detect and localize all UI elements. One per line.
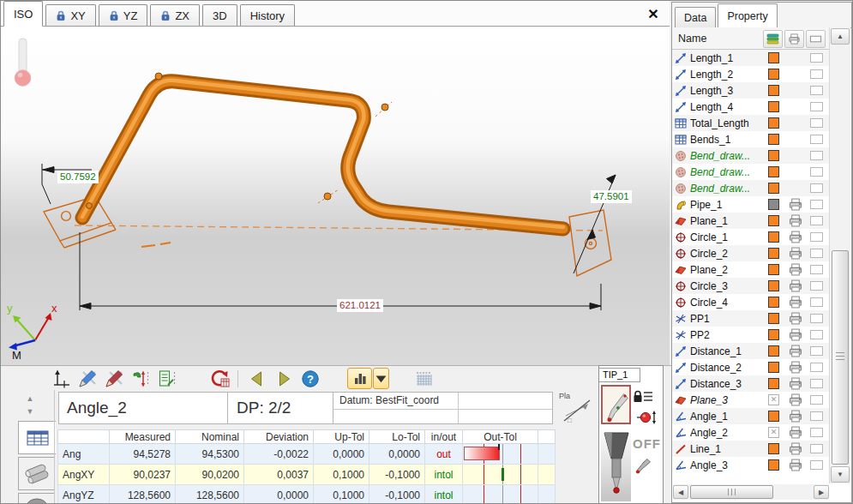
- feature-row[interactable]: PP1: [672, 310, 829, 327]
- feature-row[interactable]: Pipe_1: [672, 196, 829, 213]
- feature-row[interactable]: Angle_2✕: [672, 424, 829, 441]
- tab-bend-view[interactable]: [18, 493, 55, 504]
- next-feature-button[interactable]: [272, 369, 295, 389]
- feature-row[interactable]: Length_1: [672, 50, 829, 66]
- viewport-3d[interactable]: x y M 50.7592 47.5901 621.0121: [1, 27, 670, 365]
- color-swatch[interactable]: [768, 313, 779, 324]
- feature-row[interactable]: Length_3: [672, 82, 829, 99]
- print-icon[interactable]: [788, 410, 803, 423]
- print-icon[interactable]: [788, 345, 803, 357]
- print-icon[interactable]: [788, 247, 803, 260]
- color-swatch[interactable]: [768, 378, 779, 389]
- feature-row[interactable]: Plane_2: [672, 261, 829, 278]
- edit-feature-button[interactable]: [75, 369, 99, 389]
- row-checkbox[interactable]: [810, 200, 823, 209]
- feature-row[interactable]: Angle_1: [672, 408, 829, 424]
- scroll-up-button[interactable]: ▲: [831, 28, 850, 45]
- tolerance-table[interactable]: MeasuredNominalDeviationUp-TolLo-Tolin/o…: [57, 429, 556, 504]
- feature-row[interactable]: Angle_3: [672, 457, 829, 473]
- feature-row[interactable]: Circle_2: [672, 245, 829, 261]
- row-checkbox[interactable]: [810, 232, 823, 242]
- feature-row[interactable]: Distance_3: [672, 375, 829, 392]
- color-swatch[interactable]: [768, 329, 779, 340]
- row-checkbox[interactable]: [810, 297, 823, 307]
- color-swatch[interactable]: [768, 150, 779, 161]
- tab-tube-view[interactable]: [18, 457, 55, 490]
- row-checkbox[interactable]: [810, 444, 823, 453]
- color-swatch[interactable]: [768, 345, 779, 357]
- recalculate-button[interactable]: [208, 369, 231, 389]
- sort-features-button[interactable]: [129, 369, 152, 389]
- feature-row[interactable]: PP2: [672, 327, 829, 343]
- row-checkbox[interactable]: [810, 314, 823, 323]
- print-icon[interactable]: [788, 312, 803, 325]
- view-tab-3d[interactable]: 3D: [202, 4, 237, 26]
- color-swatch[interactable]: [768, 85, 779, 96]
- row-checkbox[interactable]: [810, 395, 823, 405]
- feature-row[interactable]: Distance_2: [672, 359, 829, 375]
- vertical-scrollbar[interactable]: ▲ ▼: [829, 27, 850, 483]
- print-icon[interactable]: [788, 231, 803, 243]
- feature-row[interactable]: Plane_1: [672, 213, 829, 229]
- feature-row[interactable]: Total_Length: [672, 115, 829, 131]
- row-checkbox[interactable]: [810, 265, 823, 274]
- row-checkbox[interactable]: [810, 118, 823, 128]
- help-button[interactable]: [298, 369, 321, 389]
- feature-row[interactable]: Bend_draw...: [672, 164, 829, 180]
- feature-row[interactable]: Circle_3: [672, 278, 829, 294]
- view-tab-history[interactable]: History: [240, 4, 295, 26]
- close-view-button[interactable]: ✕: [644, 4, 663, 23]
- print-icon[interactable]: [788, 442, 803, 455]
- print-all-button[interactable]: [784, 30, 804, 48]
- horizontal-scrollbar[interactable]: ◀ ▶: [673, 484, 829, 500]
- feature-row[interactable]: Bend_draw...: [672, 180, 829, 196]
- row-checkbox[interactable]: [810, 167, 823, 177]
- feature-row[interactable]: Plane_3✕: [672, 392, 829, 408]
- row-checkbox[interactable]: [810, 460, 823, 470]
- print-icon[interactable]: [788, 393, 803, 406]
- view-tab-iso[interactable]: ISO: [3, 1, 43, 27]
- color-swatch[interactable]: [768, 215, 779, 226]
- color-swatch[interactable]: [768, 280, 779, 291]
- chart-view-toggle[interactable]: [347, 368, 372, 389]
- color-checkbox[interactable]: ✕: [768, 394, 779, 405]
- print-icon[interactable]: [788, 279, 803, 292]
- print-icon[interactable]: [788, 263, 803, 276]
- row-checkbox[interactable]: [810, 69, 823, 79]
- color-swatch[interactable]: [768, 264, 779, 275]
- print-icon[interactable]: [788, 296, 803, 309]
- panel-tab-property[interactable]: Property: [718, 3, 777, 28]
- row-checkbox[interactable]: [810, 151, 823, 160]
- row-checkbox[interactable]: [810, 281, 823, 291]
- tab-measure-table[interactable]: [18, 421, 56, 454]
- row-checkbox[interactable]: [810, 379, 823, 388]
- active-probe-button[interactable]: [601, 385, 631, 424]
- rectangle-filter-button[interactable]: [806, 30, 826, 48]
- color-swatch[interactable]: [768, 166, 779, 177]
- print-icon[interactable]: [788, 426, 803, 439]
- small-probe-button[interactable]: [634, 457, 652, 476]
- print-icon[interactable]: [788, 198, 803, 211]
- color-swatch[interactable]: [768, 52, 779, 63]
- color-swatch[interactable]: [768, 248, 779, 259]
- color-swatch[interactable]: [768, 297, 779, 308]
- row-checkbox[interactable]: [810, 216, 823, 225]
- tolerance-row[interactable]: AngYZ128,5600128,56000,00000,1000-0,1000…: [58, 485, 556, 504]
- color-swatch[interactable]: [768, 134, 779, 145]
- print-button[interactable]: [182, 369, 205, 389]
- color-swatch[interactable]: [768, 443, 779, 454]
- row-checkbox[interactable]: [810, 249, 823, 258]
- view-tab-zx[interactable]: ZX: [150, 4, 200, 26]
- tolerance-row[interactable]: AngXY90,023790,02000,00370,1000-0,1000in…: [58, 465, 556, 485]
- scroll-up-arrow[interactable]: ▲: [23, 393, 37, 404]
- scroll-down-arrow[interactable]: ▼: [23, 406, 37, 417]
- color-swatch[interactable]: [768, 231, 779, 243]
- vertical-scroll-thumb[interactable]: [832, 250, 849, 465]
- row-checkbox[interactable]: [810, 135, 823, 144]
- grid-view-button[interactable]: [411, 369, 435, 389]
- color-swatch[interactable]: [768, 101, 779, 112]
- color-checkbox[interactable]: ✕: [768, 427, 779, 438]
- row-checkbox[interactable]: [810, 86, 823, 95]
- color-swatch[interactable]: [768, 411, 779, 422]
- color-swatch[interactable]: [768, 362, 779, 373]
